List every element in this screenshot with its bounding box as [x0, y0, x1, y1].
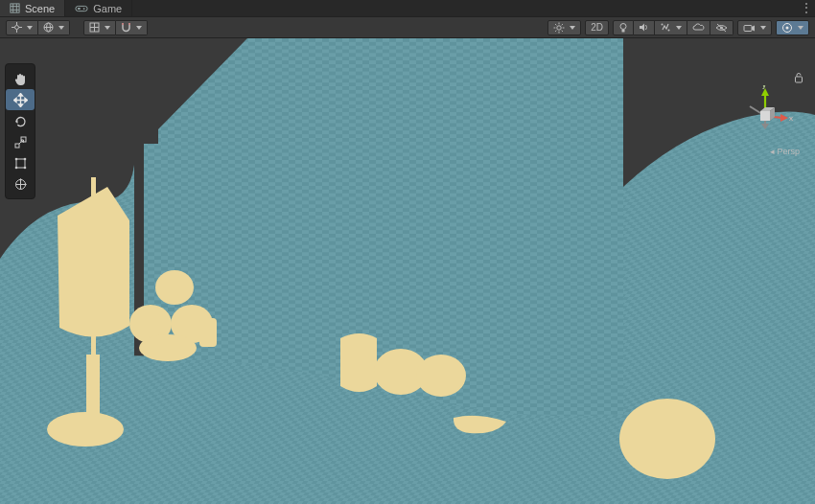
svg-marker-85: [761, 88, 769, 96]
transform-tool-button[interactable]: [6, 173, 35, 195]
chevron-down-icon: [58, 26, 64, 30]
svg-line-27: [562, 30, 563, 31]
svg-marker-62: [18, 104, 22, 107]
tab-game[interactable]: Game: [65, 0, 132, 16]
pivot-icon: [12, 22, 22, 33]
editor-window: Scene Game ⋮: [0, 0, 815, 504]
snap-toggle-button[interactable]: [116, 20, 148, 35]
chevron-down-icon: [798, 26, 803, 30]
tool-panel: [5, 63, 35, 199]
lock-open-icon[interactable]: [794, 72, 803, 85]
svg-rect-50: [86, 355, 100, 422]
svg-point-51: [155, 270, 194, 305]
chevron-down-icon: [136, 26, 142, 30]
svg-point-72: [23, 157, 26, 160]
scale-tool-button[interactable]: [6, 131, 35, 152]
gizmos-dropdown[interactable]: [776, 20, 809, 35]
svg-rect-86: [760, 111, 770, 121]
svg-point-6: [83, 8, 85, 10]
magnet-icon: [121, 22, 131, 33]
tab-scene-label: Scene: [25, 3, 55, 14]
draw-mode-dropdown[interactable]: [547, 20, 581, 35]
chevron-down-icon: [676, 26, 682, 30]
svg-point-74: [23, 166, 26, 169]
axis-y-label: y: [762, 85, 766, 89]
svg-point-40: [786, 26, 789, 29]
gizmos-icon: [781, 22, 793, 34]
svg-rect-0: [11, 4, 19, 12]
tabbar-context-icon[interactable]: ⋮: [801, 1, 812, 14]
svg-marker-78: [19, 178, 22, 180]
scale-icon: [13, 135, 28, 149]
svg-point-54: [139, 334, 197, 361]
svg-point-58: [619, 399, 715, 479]
tab-scene[interactable]: Scene: [0, 0, 65, 16]
rotate-tool-button[interactable]: [6, 110, 35, 131]
globe-icon: [43, 22, 54, 33]
svg-marker-64: [25, 98, 28, 102]
cloud-icon: [692, 23, 705, 33]
bulb-icon: [618, 22, 628, 34]
svg-marker-63: [13, 98, 16, 102]
svg-rect-66: [15, 144, 19, 148]
chevron-down-icon: [760, 26, 766, 30]
svg-line-68: [19, 141, 22, 144]
toolbar-left: [6, 20, 148, 35]
svg-point-57: [416, 355, 466, 397]
camera-icon: [743, 23, 756, 33]
fx-icon: [660, 22, 671, 33]
svg-point-34: [668, 30, 670, 32]
transform-icon: [13, 177, 28, 192]
rect-tool-button[interactable]: [6, 152, 35, 173]
grid-visibility-button[interactable]: [83, 20, 116, 35]
speaker-icon: [639, 22, 649, 33]
chevron-down-icon: [105, 26, 110, 30]
svg-marker-83: [780, 114, 788, 122]
eye-crossed-icon: [715, 23, 728, 33]
grid-icon: [89, 22, 100, 33]
mode-2d-toggle[interactable]: 2D: [585, 20, 609, 35]
svg-point-8: [15, 26, 19, 30]
svg-point-71: [14, 157, 17, 160]
scene-tab-icon: [10, 3, 20, 13]
projection-label[interactable]: Persp: [770, 147, 800, 156]
scene-camera-dropdown[interactable]: [737, 20, 772, 35]
scene-visibility-toggle[interactable]: [710, 20, 734, 35]
scene-audio-toggle[interactable]: [634, 20, 655, 35]
scene-viewport[interactable]: x y Persp: [0, 38, 815, 504]
svg-marker-79: [25, 183, 27, 186]
svg-line-26: [555, 24, 556, 25]
game-tab-icon: [75, 4, 88, 13]
svg-point-73: [14, 166, 17, 169]
svg-marker-61: [18, 93, 22, 96]
svg-point-30: [620, 23, 626, 29]
svg-point-21: [557, 25, 561, 29]
scene-lighting-toggle[interactable]: [613, 20, 634, 35]
svg-rect-55: [199, 318, 217, 347]
hand-tool-button[interactable]: [6, 68, 35, 89]
move-icon: [13, 93, 28, 107]
chevron-down-icon: [570, 26, 575, 30]
tool-handle-pivot-dropdown[interactable]: [6, 20, 38, 35]
svg-rect-7: [78, 8, 81, 10]
move-tool-button[interactable]: [6, 89, 35, 110]
svg-rect-37: [744, 25, 752, 31]
tool-handle-rotation-dropdown[interactable]: [38, 20, 70, 35]
scene-render: [0, 38, 815, 504]
orientation-gizmo[interactable]: x y Persp: [729, 72, 805, 163]
svg-rect-70: [16, 159, 25, 168]
svg-line-29: [562, 24, 563, 25]
rotate-icon: [13, 114, 28, 128]
tabbar: Scene Game ⋮: [0, 0, 815, 17]
svg-point-33: [662, 24, 664, 26]
svg-marker-32: [640, 24, 644, 32]
scene-fx-dropdown[interactable]: [655, 20, 687, 35]
toolbar-right: 2D: [547, 20, 809, 35]
svg-rect-5: [76, 6, 87, 11]
tab-game-label: Game: [93, 3, 122, 14]
svg-line-28: [555, 30, 556, 31]
hand-icon: [13, 72, 28, 86]
axis-x-label: x: [789, 114, 793, 123]
sun-icon: [553, 22, 565, 34]
scene-cloud-toggle[interactable]: [687, 20, 710, 35]
